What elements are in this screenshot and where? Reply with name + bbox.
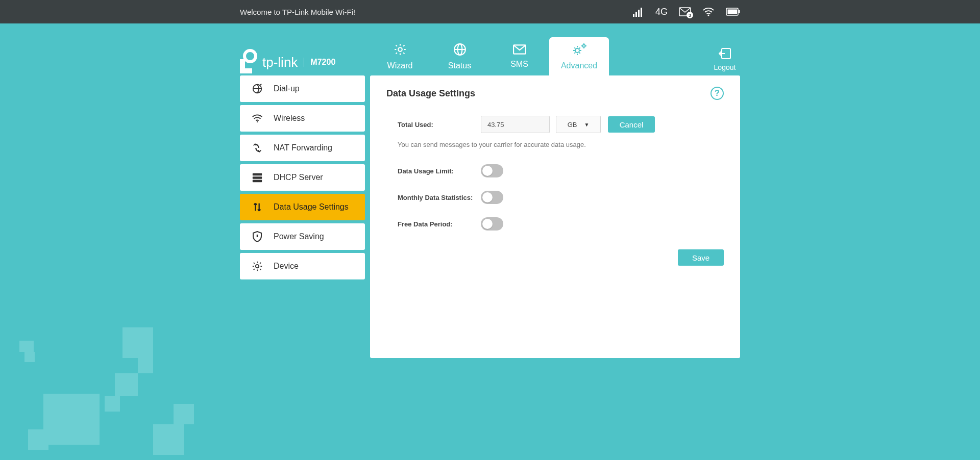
gear-icon	[394, 43, 407, 58]
svg-rect-21	[253, 173, 262, 176]
background-decor	[0, 276, 204, 460]
sidebar-item-power[interactable]: Power Saving	[240, 223, 365, 250]
help-button[interactable]: ?	[710, 87, 724, 100]
limit-label: Data Usage Limit:	[386, 167, 481, 175]
data-usage-limit-toggle[interactable]	[481, 164, 503, 177]
svg-rect-22	[253, 176, 262, 179]
battery-icon	[726, 8, 740, 16]
sidebar-item-dialup[interactable]: Dial-up	[240, 75, 365, 102]
gears-icon	[572, 43, 587, 58]
svg-rect-1	[635, 12, 637, 17]
welcome-text: Welcome to TP-Link Mobile Wi-Fi!	[240, 8, 355, 16]
envelope-icon	[513, 44, 526, 57]
tab-advanced[interactable]: Advanced	[549, 37, 609, 75]
sidebar-item-nat[interactable]: NAT Forwarding	[240, 135, 365, 161]
sidebar-item-label: NAT Forwarding	[274, 143, 332, 152]
svg-point-9	[244, 50, 256, 62]
sidebar-item-label: Device	[274, 262, 299, 271]
data-usage-icon	[251, 201, 263, 213]
header: tp-link M7200 Wizard Status SMS	[240, 37, 740, 75]
hint-text: You can send messages to your carrier fo…	[386, 141, 724, 148]
sms-icon: 3	[679, 7, 691, 16]
logo-block: tp-link M7200	[240, 49, 370, 75]
sidebar-item-device[interactable]: Device	[240, 253, 365, 279]
total-used-label: Total Used:	[386, 121, 481, 129]
logout-button[interactable]: Logout	[709, 48, 740, 75]
svg-rect-2	[638, 10, 640, 17]
svg-rect-23	[253, 180, 262, 183]
monthly-label: Monthly Data Statistics:	[386, 194, 481, 201]
svg-point-17	[582, 44, 585, 47]
tab-label: Wizard	[387, 61, 413, 70]
unit-select[interactable]: GB ▼	[556, 116, 601, 133]
sidebar-item-label: Dial-up	[274, 84, 300, 93]
tab-label: Status	[448, 61, 471, 70]
tab-wizard[interactable]: Wizard	[370, 37, 430, 75]
svg-point-20	[257, 121, 258, 122]
svg-point-12	[398, 47, 402, 52]
svg-point-24	[256, 265, 259, 268]
network-type: 4G	[655, 7, 668, 17]
svg-rect-8	[739, 10, 740, 13]
server-icon	[251, 171, 263, 184]
tab-sms[interactable]: SMS	[489, 37, 549, 75]
logout-icon	[719, 48, 731, 61]
svg-rect-11	[240, 68, 252, 73]
svg-rect-0	[633, 14, 634, 17]
unit-selected: GB	[568, 121, 577, 129]
topbar: Welcome to TP-Link Mobile Wi-Fi! 4G 3	[0, 0, 980, 23]
svg-rect-3	[641, 8, 642, 17]
gear-icon	[251, 260, 263, 272]
signal-icon	[633, 7, 644, 17]
sidebar-item-label: Power Saving	[274, 232, 324, 241]
wifi-icon	[251, 112, 263, 124]
model-text: M7200	[304, 58, 335, 67]
panel-title: Data Usage Settings	[386, 88, 475, 99]
tab-status[interactable]: Status	[430, 37, 489, 75]
globe-icon	[453, 43, 467, 58]
svg-point-16	[575, 48, 579, 53]
free-data-toggle[interactable]	[481, 217, 503, 231]
sidebar-item-label: Wireless	[274, 114, 305, 123]
sms-badge: 3	[687, 12, 693, 18]
monthly-stats-toggle[interactable]	[481, 191, 503, 204]
tab-label: Advanced	[561, 61, 597, 70]
free-label: Free Data Period:	[386, 220, 481, 228]
sidebar-item-dhcp[interactable]: DHCP Server	[240, 164, 365, 191]
cancel-button[interactable]: Cancel	[608, 116, 655, 133]
status-icons: 4G 3	[633, 7, 740, 17]
nat-icon	[251, 142, 263, 154]
logo-icon	[240, 49, 259, 75]
save-button[interactable]: Save	[678, 249, 724, 266]
globe-phone-icon	[251, 83, 263, 95]
brand-text: tp-link	[262, 55, 298, 70]
svg-rect-7	[728, 10, 738, 14]
svg-point-5	[707, 14, 709, 16]
nav-tabs: Wizard Status SMS Advanced	[370, 37, 609, 75]
tab-label: SMS	[510, 60, 528, 69]
wifi-icon	[702, 7, 715, 16]
shield-icon	[251, 231, 263, 243]
sidebar-item-wireless[interactable]: Wireless	[240, 105, 365, 132]
sidebar-item-data-usage[interactable]: Data Usage Settings	[240, 194, 365, 220]
logout-label: Logout	[714, 63, 736, 71]
total-used-input[interactable]	[481, 116, 550, 133]
settings-panel: Data Usage Settings ? Total Used: GB ▼ C…	[370, 75, 740, 358]
sidebar-item-label: Data Usage Settings	[274, 202, 349, 212]
chevron-down-icon: ▼	[584, 122, 589, 127]
sidebar: Dial-up Wireless NAT Forwarding DHCP Ser…	[240, 75, 365, 358]
sidebar-item-label: DHCP Server	[274, 173, 323, 182]
